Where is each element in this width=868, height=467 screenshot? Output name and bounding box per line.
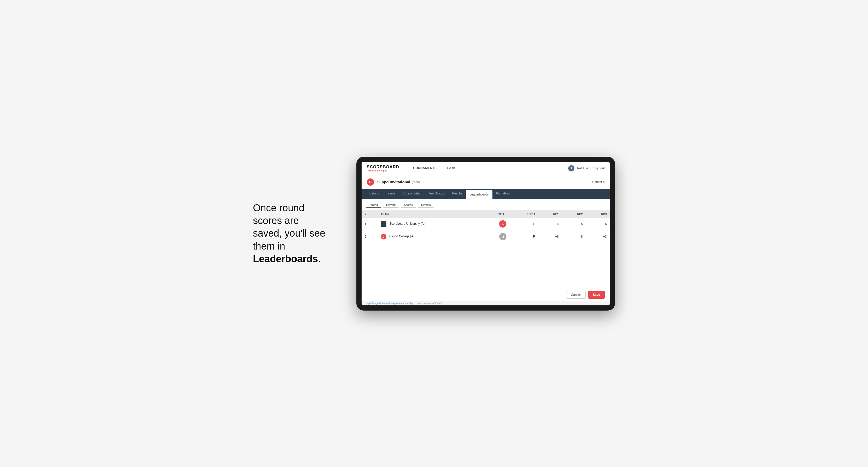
team-name-1: Scoreboard University [A] <box>378 218 478 230</box>
rank-1: 1 <box>362 218 378 230</box>
sidebar-period: . <box>318 253 321 264</box>
tablet-screen: SCOREBOARD Powered by clippd TOURNAMENTS… <box>362 162 610 305</box>
nav-tournaments[interactable]: TOURNAMENTS <box>407 162 441 175</box>
rd3-1: -6 <box>586 218 610 230</box>
cancel-button[interactable]: Cancel <box>566 291 586 299</box>
tab-printables[interactable]: Printables <box>492 189 514 199</box>
rank-2: 2 <box>362 230 378 243</box>
nav-right: S Test User | Sign out <box>568 165 605 172</box>
logo-text: SCOREBOARD <box>367 165 399 169</box>
page-wrapper: Once round scores are saved, you'll see … <box>253 157 615 311</box>
sub-nav: Details Teams Course Setup Tee Groups Re… <box>362 189 610 199</box>
save-button[interactable]: Save <box>588 291 605 299</box>
rd2-2: -8 <box>562 230 586 243</box>
score-badge-1: -5 <box>499 220 506 227</box>
table-row: 1 Scoreboard University [A] -5 F -4 +5 <box>362 218 610 230</box>
table-container: # TEAM TOTAL THRU RD1 RD2 RD3 1 <box>362 211 610 262</box>
rd2-1: +5 <box>562 218 586 230</box>
total-1: -5 <box>478 218 509 230</box>
sidebar-line4: them in <box>253 241 285 252</box>
tab-tee-groups[interactable]: Tee Groups <box>425 189 448 199</box>
sidebar-line5-bold: Leaderboards <box>253 253 318 264</box>
sidebar-text: Once round scores are saved, you'll see … <box>253 202 336 266</box>
filter-bar: Teams Players Scores Strokes <box>362 199 610 211</box>
sign-out-link[interactable]: Sign out <box>593 166 605 170</box>
thru-2: F <box>509 230 538 243</box>
table-row: 2 C Clippd College [A] +3 F +8 -8 +3 <box>362 230 610 243</box>
col-total: TOTAL <box>478 211 509 218</box>
status-bar: https://stage-blue-coach.stagescoreboard… <box>362 301 610 305</box>
col-rd3: RD3 <box>586 211 610 218</box>
col-thru: THRU <box>509 211 538 218</box>
filter-players[interactable]: Players <box>383 202 399 208</box>
leaderboard-table: # TEAM TOTAL THRU RD1 RD2 RD3 1 <box>362 211 610 243</box>
url-display: https://stage-blue-coach.stagescoreboard… <box>366 302 442 305</box>
col-team: TEAM <box>378 211 478 218</box>
tab-teams[interactable]: Teams <box>382 189 399 199</box>
tournament-header: C Clippd Invitational (Men) Cancel × <box>362 175 610 189</box>
nav-teams[interactable]: TEAMS <box>441 162 461 175</box>
cancel-icon: × <box>603 180 605 184</box>
tablet-frame: SCOREBOARD Powered by clippd TOURNAMENTS… <box>356 157 615 311</box>
logo-powered: Powered by clippd <box>367 169 399 172</box>
cancel-label: Cancel <box>592 180 602 184</box>
tab-results[interactable]: Results <box>448 189 466 199</box>
col-rd2: RD2 <box>562 211 586 218</box>
team-logo-1 <box>381 221 386 227</box>
tab-details[interactable]: Details <box>366 189 382 199</box>
col-rank: # <box>362 211 378 218</box>
team-logo-2: C <box>381 234 386 240</box>
filter-scores[interactable]: Scores <box>401 202 416 208</box>
tab-course-setup[interactable]: Course Setup <box>399 189 425 199</box>
nav-links: TOURNAMENTS TEAMS <box>407 162 461 175</box>
rd1-1: -4 <box>538 218 562 230</box>
total-2: +3 <box>478 230 509 243</box>
user-name: Test User | <box>577 166 591 170</box>
tournament-icon: C <box>367 179 374 186</box>
rd1-2: +8 <box>538 230 562 243</box>
user-avatar: S <box>568 165 575 172</box>
thru-1: F <box>509 218 538 230</box>
filter-strokes[interactable]: Strokes <box>418 202 434 208</box>
score-badge-2: +3 <box>499 233 506 240</box>
rd3-2: +3 <box>586 230 610 243</box>
tab-leaderboards[interactable]: Leaderboards <box>466 190 492 199</box>
filter-teams[interactable]: Teams <box>366 202 381 208</box>
top-nav: SCOREBOARD Powered by clippd TOURNAMENTS… <box>362 162 610 175</box>
sidebar-line1: Once round <box>253 203 304 213</box>
tournament-title: Clippd Invitational <box>377 180 410 184</box>
sidebar-line2: scores are <box>253 215 299 226</box>
bottom-bar: Cancel Save <box>362 288 610 301</box>
col-rd1: RD1 <box>538 211 562 218</box>
tournament-cancel-btn[interactable]: Cancel × <box>592 180 605 184</box>
table-header-row: # TEAM TOTAL THRU RD1 RD2 RD3 <box>362 211 610 218</box>
team-name-2: C Clippd College [A] <box>378 230 478 243</box>
tournament-subtitle: (Men) <box>412 180 420 184</box>
sidebar-line3: saved, you'll see <box>253 228 326 239</box>
logo-area: SCOREBOARD Powered by clippd <box>367 165 399 172</box>
